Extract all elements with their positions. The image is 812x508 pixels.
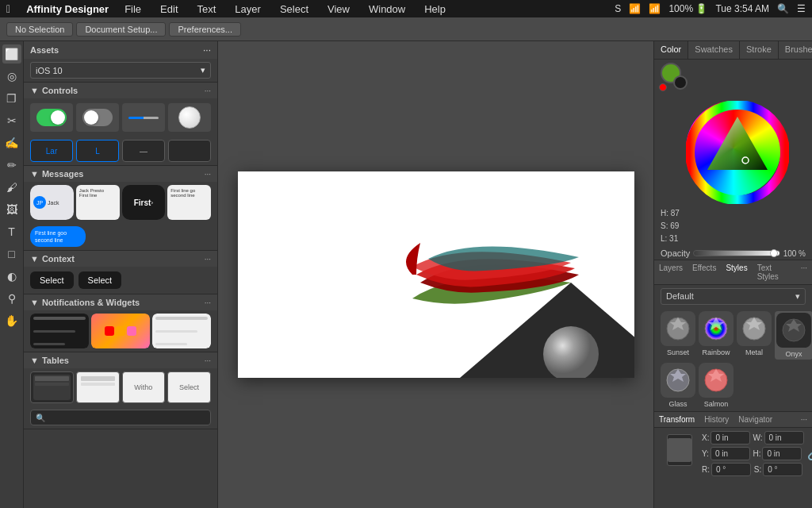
- notifications-more[interactable]: ···: [205, 298, 211, 307]
- canvas-area[interactable]: [218, 41, 653, 508]
- label-ctrl-2[interactable]: L: [76, 140, 119, 162]
- tab-navigator[interactable]: Navigator: [733, 412, 777, 427]
- tab-effects[interactable]: Effects: [688, 260, 721, 284]
- r-input[interactable]: [711, 463, 751, 476]
- style-salmon[interactable]: Salmon: [699, 363, 733, 408]
- text-tool[interactable]: T: [2, 222, 21, 241]
- transform-section: Transform History Navigator ··· X:: [654, 411, 812, 508]
- select-tool[interactable]: ⬜: [2, 44, 21, 64]
- zoom-tool[interactable]: ⚲: [2, 289, 21, 308]
- notif-item-1[interactable]: [30, 314, 89, 348]
- menu-layer[interactable]: Layer: [232, 2, 264, 17]
- label-ctrl-1[interactable]: Lar: [30, 140, 73, 162]
- menu-window[interactable]: Window: [366, 2, 408, 17]
- doc-setup-button[interactable]: Document Setup...: [76, 22, 166, 37]
- transform-tool[interactable]: ❐: [2, 89, 21, 108]
- link-transform-icon[interactable]: 🔗: [807, 448, 813, 460]
- tab-swatches[interactable]: Swatches: [688, 41, 740, 59]
- menu-text[interactable]: Text: [194, 2, 220, 17]
- transform-more[interactable]: ···: [796, 412, 812, 427]
- msg-item-1[interactable]: JP Jack: [30, 185, 74, 220]
- tab-styles[interactable]: Styles: [721, 260, 752, 284]
- table-item-3[interactable]: Witho: [122, 371, 166, 403]
- menu-view[interactable]: View: [324, 2, 353, 17]
- slider-control[interactable]: [122, 103, 165, 132]
- preferences-button[interactable]: Preferences...: [169, 22, 240, 37]
- msg-blue-bubble[interactable]: First line goosecond line: [24, 223, 217, 250]
- toggle-off-control[interactable]: [76, 103, 119, 132]
- messages-more[interactable]: ···: [205, 170, 211, 179]
- pen-tool[interactable]: ✍: [2, 133, 21, 152]
- tab-text-styles[interactable]: Text Styles: [753, 260, 796, 284]
- msg-item-4[interactable]: First line gosecond line: [167, 185, 211, 220]
- tables-header[interactable]: ▼ Tables ···: [24, 352, 217, 368]
- label-ctrl-4[interactable]: [168, 140, 211, 162]
- msg-item-2[interactable]: Jack PrestoFirst line: [76, 185, 120, 220]
- y-input[interactable]: [710, 447, 750, 460]
- color-panel: Color Swatches Stroke Brushes ···: [654, 41, 812, 260]
- search-input[interactable]: [48, 413, 205, 422]
- styles-more[interactable]: ···: [796, 260, 812, 284]
- styles-dropdown[interactable]: Default ▾: [661, 288, 806, 305]
- notif-item-3[interactable]: [152, 314, 211, 348]
- menu-help[interactable]: Help: [421, 2, 449, 17]
- context-header[interactable]: ▼ Context ···: [24, 251, 217, 267]
- node-tool[interactable]: ◎: [2, 67, 21, 86]
- search-icon[interactable]: 🔍: [777, 3, 789, 14]
- tab-brushes[interactable]: Brushes: [779, 41, 812, 59]
- controls-more[interactable]: ···: [205, 87, 211, 95]
- context-more[interactable]: ···: [205, 255, 211, 264]
- paint-tool[interactable]: 🖌: [2, 178, 21, 197]
- shape-tool[interactable]: □: [2, 244, 21, 264]
- h-input[interactable]: [762, 447, 802, 460]
- ios-selector[interactable]: iOS 10 ▾: [30, 62, 211, 79]
- table-item-1[interactable]: [30, 371, 74, 403]
- table-item-2[interactable]: [76, 371, 120, 403]
- style-onyx[interactable]: Onyx: [775, 311, 812, 360]
- tab-color[interactable]: Color: [654, 41, 688, 59]
- label-ctrl-3[interactable]: —: [122, 140, 165, 162]
- s-input[interactable]: [763, 463, 802, 476]
- fill-tool[interactable]: 🖼: [2, 200, 21, 219]
- color-wheel[interactable]: [686, 101, 781, 196]
- r-label: R:: [702, 465, 710, 474]
- circle-control[interactable]: [168, 103, 211, 132]
- table-item-4[interactable]: Select: [167, 371, 211, 403]
- notif-item-2[interactable]: [91, 314, 150, 348]
- hand-tool[interactable]: ✋: [2, 311, 21, 330]
- w-input[interactable]: [764, 431, 804, 444]
- toggle-on-control[interactable]: [30, 103, 73, 132]
- controls-header[interactable]: ▼ Controls ···: [24, 83, 217, 98]
- style-glass[interactable]: Glass: [661, 363, 695, 408]
- crop-tool[interactable]: ✂: [2, 111, 21, 130]
- context-select-btn-1[interactable]: Select: [30, 271, 74, 289]
- pencil-tool[interactable]: ✏: [2, 156, 21, 175]
- opacity-slider[interactable]: [693, 250, 779, 256]
- r-row: R:: [702, 463, 752, 476]
- no-selection-button[interactable]: No Selection: [6, 22, 73, 37]
- menu-select[interactable]: Select: [277, 2, 312, 17]
- menu-icon[interactable]: ☰: [797, 3, 806, 14]
- style-metal[interactable]: Metal: [737, 311, 772, 360]
- notifications-header[interactable]: ▼ Notifications & Widgets ···: [24, 294, 217, 310]
- menu-file[interactable]: File: [121, 2, 144, 17]
- transform-grid: X: W: Y: H:: [702, 431, 804, 460]
- apple-menu[interactable]: : [6, 2, 10, 15]
- x-input[interactable]: [710, 431, 750, 444]
- style-sunset[interactable]: Sunset: [661, 311, 695, 360]
- color-wheel-wrapper[interactable]: [682, 98, 785, 201]
- msg-item-3[interactable]: First ›: [122, 185, 166, 220]
- opacity-knob: [770, 249, 778, 257]
- tables-more[interactable]: ···: [205, 356, 211, 365]
- color-swatch-group[interactable]: [661, 63, 688, 90]
- tab-transform[interactable]: Transform: [654, 412, 699, 427]
- tab-history[interactable]: History: [699, 412, 733, 427]
- context-select-btn-2[interactable]: Select: [79, 271, 122, 289]
- gradient-tool[interactable]: ◐: [2, 267, 21, 286]
- tab-layers[interactable]: Layers: [654, 260, 688, 284]
- messages-header[interactable]: ▼ Messages ···: [24, 166, 217, 182]
- style-rainbow[interactable]: Rainbow: [699, 311, 733, 360]
- assets-more[interactable]: ···: [203, 44, 211, 56]
- tab-stroke[interactable]: Stroke: [740, 41, 779, 59]
- menu-edit[interactable]: Edit: [157, 2, 181, 17]
